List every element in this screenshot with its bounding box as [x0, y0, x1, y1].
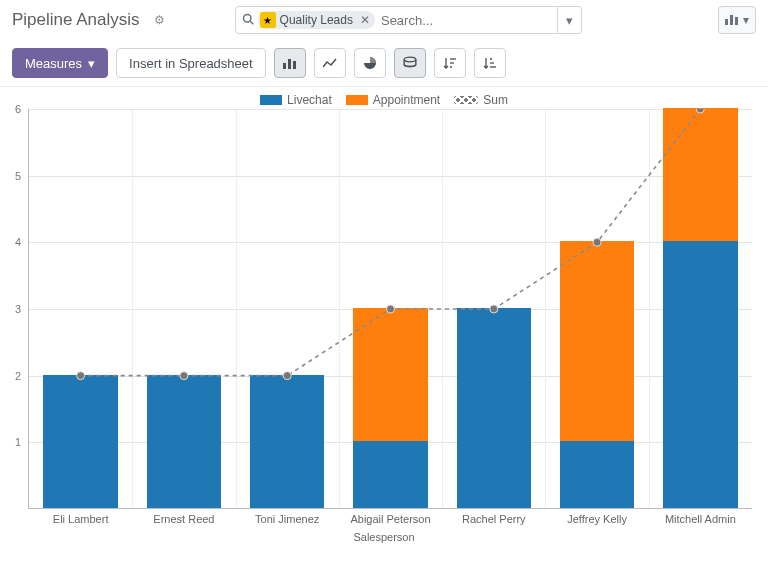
bar-segment[interactable] [250, 375, 324, 508]
chart-area: Livechat Appointment Sum 123456Eli Lambe… [0, 87, 768, 543]
svg-rect-6 [288, 59, 291, 69]
search-box[interactable]: ★ Quality Leads ✕ [235, 6, 558, 34]
gridline: 5 [29, 176, 752, 177]
svg-rect-5 [283, 63, 286, 69]
stacked-button[interactable] [394, 48, 426, 78]
legend-label: Sum [483, 93, 508, 107]
svg-rect-2 [725, 19, 728, 25]
x-axis-title: Salesperson [10, 531, 758, 543]
y-tick-label: 1 [15, 436, 21, 448]
vgrid [442, 109, 443, 508]
legend-item-sum[interactable]: Sum [454, 93, 508, 107]
caret-down-icon: ▾ [566, 13, 573, 28]
legend-item-appointment[interactable]: Appointment [346, 93, 440, 107]
search-icon [242, 13, 254, 28]
x-tick-label: Jeffrey Kelly [567, 513, 627, 525]
bar-segment[interactable] [663, 108, 737, 241]
star-icon: ★ [260, 12, 276, 28]
x-tick-label: Rachel Perry [462, 513, 526, 525]
svg-point-8 [404, 57, 416, 62]
search-filter-label: Quality Leads [278, 13, 355, 27]
view-switcher[interactable]: ▾ [718, 6, 756, 34]
line-chart-button[interactable] [314, 48, 346, 78]
pie-chart-button[interactable] [354, 48, 386, 78]
search-input[interactable] [379, 12, 551, 29]
bar-segment[interactable] [560, 441, 634, 508]
chart-view-icon [725, 13, 739, 28]
gear-icon[interactable]: ⚙ [154, 13, 165, 27]
vgrid [236, 109, 237, 508]
svg-rect-7 [293, 61, 296, 69]
vgrid [649, 109, 650, 508]
svg-point-0 [243, 14, 251, 22]
y-tick-label: 5 [15, 170, 21, 182]
plot: 123456Eli LambertErnest ReedToni Jimenez… [28, 109, 752, 509]
x-tick-label: Toni Jimenez [255, 513, 319, 525]
legend-swatch-orange [346, 95, 368, 105]
legend-label: Appointment [373, 93, 440, 107]
x-tick-label: Mitchell Admin [665, 513, 736, 525]
y-tick-label: 2 [15, 370, 21, 382]
legend-swatch-blue [260, 95, 282, 105]
measures-label: Measures [25, 56, 82, 71]
y-tick-label: 4 [15, 236, 21, 248]
vgrid [545, 109, 546, 508]
svg-rect-4 [735, 17, 738, 25]
caret-down-icon: ▾ [88, 56, 95, 71]
search-filter-tag: ★ Quality Leads ✕ [258, 11, 375, 29]
legend: Livechat Appointment Sum [10, 93, 758, 107]
legend-item-livechat[interactable]: Livechat [260, 93, 332, 107]
insert-spreadsheet-button[interactable]: Insert in Spreadsheet [116, 48, 266, 78]
gridline: 6 [29, 109, 752, 110]
measures-button[interactable]: Measures ▾ [12, 48, 108, 78]
legend-swatch-sum [454, 96, 478, 104]
x-tick-label: Abigail Peterson [350, 513, 430, 525]
page-title: Pipeline Analysis [12, 10, 140, 30]
legend-label: Livechat [287, 93, 332, 107]
close-icon[interactable]: ✕ [357, 13, 373, 27]
vgrid [339, 109, 340, 508]
bar-segment[interactable] [147, 375, 221, 508]
caret-down-icon: ▾ [743, 13, 749, 27]
bar-segment[interactable] [353, 441, 427, 508]
header: Pipeline Analysis ⚙ ★ Quality Leads ✕ ▾ … [0, 0, 768, 40]
search-wrap: ★ Quality Leads ✕ ▾ [235, 6, 582, 34]
toolbar: Measures ▾ Insert in Spreadsheet [0, 40, 768, 87]
vgrid [132, 109, 133, 508]
y-tick-label: 3 [15, 303, 21, 315]
bar-segment[interactable] [663, 241, 737, 508]
search-dropdown[interactable]: ▾ [558, 6, 582, 34]
sort-asc-button[interactable] [474, 48, 506, 78]
bar-segment[interactable] [560, 241, 634, 441]
y-tick-label: 6 [15, 103, 21, 115]
bar-chart-button[interactable] [274, 48, 306, 78]
svg-rect-3 [730, 15, 733, 25]
x-tick-label: Eli Lambert [53, 513, 109, 525]
sort-desc-button[interactable] [434, 48, 466, 78]
svg-line-1 [250, 21, 253, 24]
bar-segment[interactable] [457, 308, 531, 508]
x-tick-label: Ernest Reed [153, 513, 214, 525]
bar-segment[interactable] [353, 308, 427, 441]
gridline: 4 [29, 242, 752, 243]
bar-segment[interactable] [43, 375, 117, 508]
